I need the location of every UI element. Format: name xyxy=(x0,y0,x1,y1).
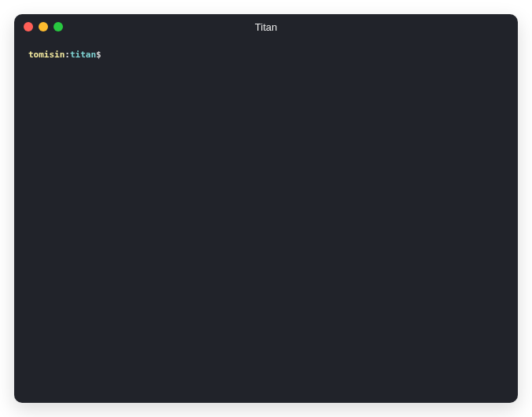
titlebar: Titan xyxy=(14,14,518,39)
zoom-icon[interactable] xyxy=(54,22,63,31)
prompt-separator: : xyxy=(65,49,70,61)
close-icon[interactable] xyxy=(24,22,33,31)
prompt-symbol: $ xyxy=(96,49,102,61)
prompt-host: titan xyxy=(70,49,96,61)
window-title: Titan xyxy=(14,21,518,33)
terminal-body[interactable]: tomisin : titan $ xyxy=(14,39,518,403)
prompt-line: tomisin : titan $ xyxy=(28,49,504,61)
minimize-icon[interactable] xyxy=(39,22,48,31)
command-input[interactable] xyxy=(105,49,504,61)
traffic-lights xyxy=(24,22,63,31)
terminal-window: Titan tomisin : titan $ xyxy=(14,14,518,403)
prompt-user: tomisin xyxy=(28,49,65,61)
